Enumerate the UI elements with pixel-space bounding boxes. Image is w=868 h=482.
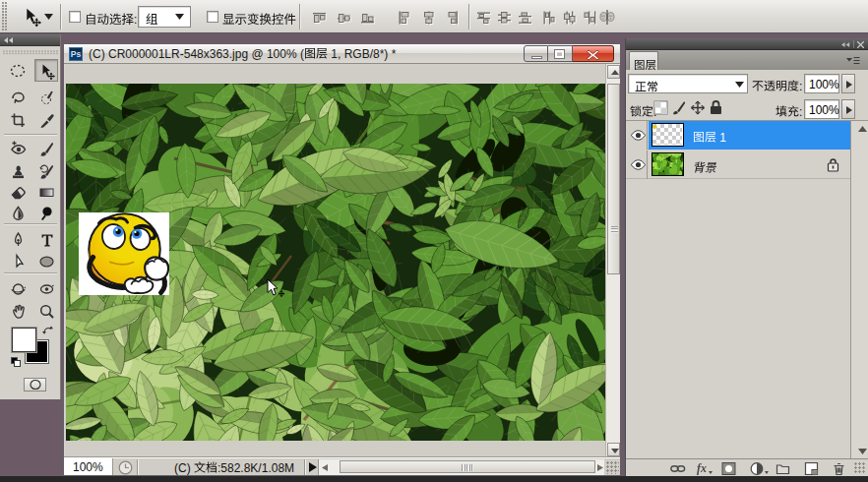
svg-text:fx: fx (697, 462, 707, 475)
